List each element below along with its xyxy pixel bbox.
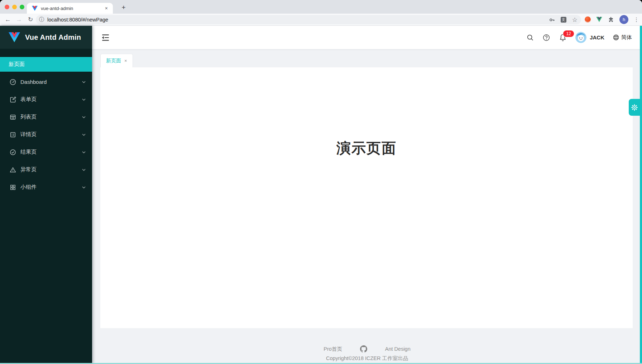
help-icon[interactable] — [542, 34, 550, 42]
reload-icon[interactable]: ↻ — [25, 14, 35, 25]
browser-tabstrip: vue-antd-admin × + — [0, 0, 642, 14]
user-avatar — [575, 32, 586, 43]
browser-tab-title: vue-antd-admin — [41, 6, 104, 11]
search-icon[interactable] — [526, 34, 534, 42]
language-label: 简体 — [621, 34, 632, 41]
settings-drawer-button[interactable] — [629, 99, 640, 116]
header-actions: 12 JACK — [526, 32, 632, 43]
macos-window-controls — [5, 5, 24, 9]
sidebar-item-label: Dashboard — [20, 79, 47, 85]
sidebar-item-dashboard[interactable]: Dashboard — [0, 75, 92, 89]
sidebar-item-label: 结果页 — [20, 149, 37, 155]
page-tabbar: 新页面 × — [92, 49, 642, 67]
address-bar[interactable]: ⓘ localhost:8080/#/newPage 文 ☆ — [36, 15, 581, 24]
profile-icon — [9, 131, 16, 138]
username: JACK — [590, 34, 604, 40]
sidebar-item-label: 新页面 — [9, 61, 25, 68]
page-content: 演示页面 — [100, 67, 633, 328]
browser-window: vue-antd-admin × + ← → ↻ ⓘ localhost:808… — [0, 0, 642, 364]
sidebar-item-widgets[interactable]: 小组件 — [0, 180, 92, 195]
site-info-icon[interactable]: ⓘ — [39, 16, 44, 23]
app-logo-icon — [9, 32, 20, 43]
sidebar-item-label: 表单页 — [20, 96, 37, 103]
forward-icon[interactable]: → — [14, 14, 24, 25]
sidebar-item-detail[interactable]: 详情页 — [0, 127, 92, 142]
github-icon[interactable] — [360, 345, 367, 353]
url-text[interactable]: localhost:8080/#/newPage — [47, 17, 549, 23]
password-key-icon[interactable] — [549, 17, 555, 23]
form-icon — [9, 96, 16, 103]
sidebar-item-list[interactable]: 列表页 — [0, 110, 92, 124]
sidebar: Vue Antd Admin 新页面 Dashboard — [0, 26, 92, 364]
extensions-puzzle-icon[interactable] — [608, 16, 614, 23]
sidebar-item-label: 详情页 — [20, 131, 37, 138]
new-tab-button[interactable]: + — [119, 3, 129, 13]
sidebar-item-form[interactable]: 表单页 — [0, 92, 92, 107]
chevron-down-icon — [82, 80, 86, 84]
dashboard-icon — [9, 78, 16, 86]
chevron-down-icon — [82, 115, 86, 119]
translate-icon[interactable]: 文 — [561, 17, 566, 23]
minimize-window-button[interactable] — [12, 5, 17, 9]
warning-icon — [9, 166, 16, 173]
browser-tab[interactable]: vue-antd-admin × — [27, 3, 113, 14]
app-page: Vue Antd Admin 新页面 Dashboard — [0, 26, 642, 364]
chevron-down-icon — [82, 185, 86, 190]
page-tab-label: 新页面 — [106, 58, 121, 64]
footer-link-home[interactable]: Pro首页 — [324, 346, 342, 353]
sidebar-item-label: 异常页 — [20, 166, 37, 173]
gear-icon — [631, 104, 638, 111]
sidebar-item-label: 列表页 — [20, 114, 37, 120]
tab-close-icon[interactable]: × — [104, 5, 109, 11]
app-logo-bar[interactable]: Vue Antd Admin — [0, 26, 92, 49]
notification-badge: 12 — [563, 30, 574, 37]
extension-icons: h ⋮ — [585, 14, 639, 25]
vue-devtools-icon[interactable] — [596, 17, 602, 22]
check-circle-icon — [9, 149, 16, 156]
sidebar-item-result[interactable]: 结果页 — [0, 145, 92, 159]
widgets-icon — [9, 184, 16, 191]
sidebar-item-new-page[interactable]: 新页面 — [0, 57, 92, 72]
browser-profile-avatar[interactable]: h — [619, 15, 628, 24]
browser-menu-icon[interactable]: ⋮ — [634, 16, 639, 23]
workspace: 新页面 × 演示页面 Pro首页 Ant Design Copyri — [92, 49, 642, 364]
scrollbar-accent-strip[interactable] — [640, 26, 642, 364]
page-title: 演示页面 — [100, 67, 633, 158]
table-icon — [9, 114, 16, 121]
sidebar-item-label: 小组件 — [20, 184, 37, 191]
language-switcher[interactable]: 简体 — [613, 34, 632, 41]
page-tab-new-page[interactable]: 新页面 × — [100, 54, 133, 67]
globe-icon — [613, 34, 619, 41]
footer-link-antd[interactable]: Ant Design — [385, 346, 411, 352]
close-window-button[interactable] — [5, 5, 9, 9]
notifications-button[interactable]: 12 — [559, 33, 567, 42]
copyright: Copyright©2018 ICZER 工作室出品 — [92, 355, 642, 362]
screenshot: vue-antd-admin × + ← → ↻ ⓘ localhost:808… — [0, 0, 642, 364]
app-header: 12 JACK — [92, 26, 642, 49]
back-icon[interactable]: ← — [3, 14, 13, 25]
chevron-down-icon — [82, 168, 86, 172]
page-footer: Pro首页 Ant Design Copyright©2018 ICZER 工作… — [92, 328, 642, 362]
chevron-down-icon — [82, 150, 86, 154]
menu-fold-icon[interactable] — [101, 33, 110, 42]
app-title: Vue Antd Admin — [25, 33, 81, 42]
chevron-down-icon — [82, 97, 86, 102]
vue-favicon — [32, 6, 38, 11]
page-tab-close-icon[interactable]: × — [124, 58, 127, 63]
user-menu[interactable]: JACK — [575, 32, 604, 43]
chevron-down-icon — [82, 133, 86, 137]
orange-extension-icon[interactable] — [585, 16, 591, 23]
bookmark-star-icon[interactable]: ☆ — [572, 16, 578, 24]
browser-toolbar: ← → ↻ ⓘ localhost:8080/#/newPage 文 ☆ — [0, 14, 642, 26]
sidebar-menu: 新页面 Dashboard — [0, 49, 92, 195]
zoom-window-button[interactable] — [20, 5, 24, 9]
sidebar-item-exception[interactable]: 异常页 — [0, 162, 92, 177]
